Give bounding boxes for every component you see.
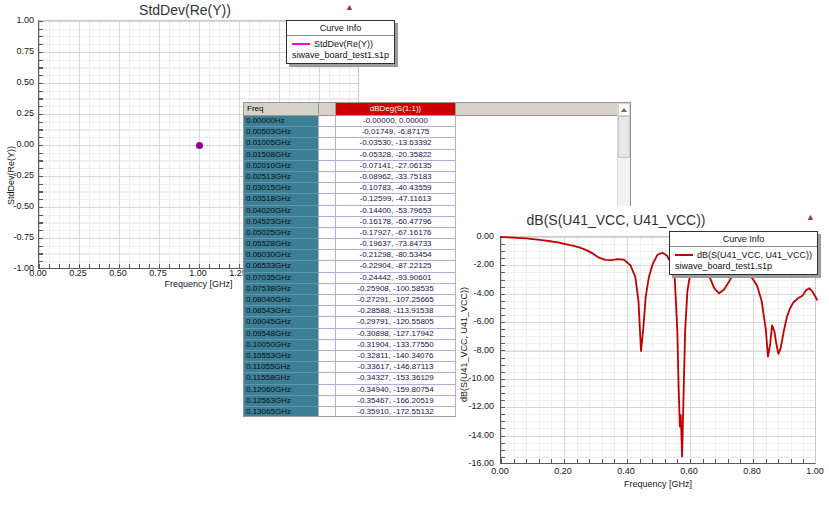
cell-value: -0.10783, -40.43559 bbox=[336, 183, 456, 194]
cell-value: -0.03530, -13.63392 bbox=[336, 138, 456, 149]
xtick-label: 1.00 bbox=[181, 268, 215, 278]
cell-spacer bbox=[319, 362, 336, 373]
cell-value: -0.28588, -113.91538 bbox=[336, 306, 456, 317]
cell-spacer bbox=[319, 340, 336, 351]
table-row[interactable]: 0.01508GHz-0.05328, -20.35822 bbox=[244, 150, 617, 161]
cell-spacer bbox=[319, 317, 336, 328]
cell-freq: 0.12563GHz bbox=[244, 396, 319, 407]
table-row[interactable]: 0.01005GHz-0.03530, -13.63392 bbox=[244, 138, 617, 149]
cell-value: -0.29791, -120.55805 bbox=[336, 317, 456, 328]
cell-freq: 0.07538GHz bbox=[244, 284, 319, 295]
cell-freq: 0.00000Hz bbox=[244, 116, 319, 127]
cell-value: -0.05328, -20.35822 bbox=[336, 150, 456, 161]
ytick-label: -2.00 bbox=[462, 259, 494, 269]
cell-spacer bbox=[319, 228, 336, 239]
ytick-label: 0.25 bbox=[2, 108, 34, 118]
ytick-label: -14.00 bbox=[462, 430, 494, 440]
alert-triangle-icon: ▲ bbox=[806, 213, 815, 222]
stddev-legend[interactable]: Curve Info StdDev(Re(Y)) siwave_board_te… bbox=[286, 20, 395, 64]
cell-spacer bbox=[319, 385, 336, 396]
table-row[interactable]: 0.03015GHz-0.10783, -40.43559 bbox=[244, 183, 617, 194]
cell-value: -0.34327, -153.36129 bbox=[336, 373, 456, 384]
cell-spacer bbox=[319, 183, 336, 194]
cell-value: -0.25908, -100.58535 bbox=[336, 284, 456, 295]
cell-value: -0.27291, -107.25665 bbox=[336, 295, 456, 306]
cell-freq: 0.03015GHz bbox=[244, 183, 319, 194]
xtick-label: 0.00 bbox=[483, 466, 517, 476]
sparam-legend[interactable]: Curve Info dB(S(U41_VCC, U41_VCC)) siwav… bbox=[669, 231, 818, 275]
xtick-label: 0.75 bbox=[141, 268, 175, 278]
cell-freq: 0.11055GHz bbox=[244, 362, 319, 373]
xtick-label: 1.00 bbox=[798, 466, 829, 476]
cell-freq: 0.13065GHz bbox=[244, 407, 319, 416]
ytick-label: -12.00 bbox=[462, 401, 494, 411]
cell-value: -0.08962, -33.75183 bbox=[336, 172, 456, 183]
legend-header: Curve Info bbox=[670, 232, 817, 247]
cell-freq: 0.04523GHz bbox=[244, 217, 319, 228]
desktop: StdDev(Re(Y)) ▲ 1.000.750.500.250.00-0.2… bbox=[0, 0, 829, 512]
cell-spacer bbox=[319, 127, 336, 138]
cell-spacer bbox=[319, 273, 336, 284]
ytick-label: -0.75 bbox=[2, 232, 34, 242]
cell-spacer bbox=[319, 116, 336, 127]
cell-spacer bbox=[319, 239, 336, 250]
column-header-freq[interactable]: Freq bbox=[244, 103, 319, 116]
cell-spacer bbox=[319, 194, 336, 205]
cell-value: -0.35467, -166.20519 bbox=[336, 396, 456, 407]
legend-source-label: siwave_board_test1.s1p bbox=[670, 260, 817, 271]
cell-freq: 0.02513GHz bbox=[244, 172, 319, 183]
cell-freq: 0.10553GHz bbox=[244, 351, 319, 362]
table-row[interactable]: 0.02010GHz-0.07141, -27.06135 bbox=[244, 161, 617, 172]
cell-freq: 0.01508GHz bbox=[244, 150, 319, 161]
sparam-chart-window: dB(S(U41_VCC, U41_VCC)) ▲ 0.00-2.00-4.00… bbox=[456, 206, 829, 512]
cell-spacer bbox=[319, 161, 336, 172]
cell-value: -0.19637, -73.84733 bbox=[336, 239, 456, 250]
cell-freq: 0.07035GHz bbox=[244, 273, 319, 284]
cell-spacer bbox=[319, 373, 336, 384]
legend-series-label: dB(S(U41_VCC, U41_VCC)) bbox=[697, 250, 812, 260]
cell-spacer bbox=[319, 206, 336, 217]
scroll-up-icon bbox=[621, 108, 627, 112]
cell-value: -0.31904, -133.77550 bbox=[336, 340, 456, 351]
cell-freq: 0.02010GHz bbox=[244, 161, 319, 172]
cell-spacer bbox=[319, 329, 336, 340]
column-header-value[interactable]: dBDeg(S(1:1)) bbox=[336, 103, 456, 116]
legend-series-label: StdDev(Re(Y)) bbox=[314, 39, 373, 49]
cell-freq: 0.08040GHz bbox=[244, 295, 319, 306]
cell-spacer bbox=[319, 306, 336, 317]
xtick-label: 0.25 bbox=[61, 268, 95, 278]
cell-value: -0.07141, -27.06135 bbox=[336, 161, 456, 172]
cell-value: -0.14400, -53.79653 bbox=[336, 206, 456, 217]
cell-freq: 0.12060GHz bbox=[244, 385, 319, 396]
cell-freq: 0.05025GHz bbox=[244, 228, 319, 239]
cell-spacer bbox=[319, 150, 336, 161]
sparam-chart-title: dB(S(U41_VCC, U41_VCC)) bbox=[456, 212, 776, 228]
cell-value: -0.17927, -67.16176 bbox=[336, 228, 456, 239]
cell-freq: 0.10050GHz bbox=[244, 340, 319, 351]
cell-freq: 0.01005GHz bbox=[244, 138, 319, 149]
table-row[interactable]: 0.03518GHz-0.12599, -47.11613 bbox=[244, 194, 617, 205]
cell-value: -0.12599, -47.11613 bbox=[336, 194, 456, 205]
cell-spacer bbox=[319, 138, 336, 149]
legend-header: Curve Info bbox=[287, 21, 394, 36]
ytick-label: 1.00 bbox=[2, 15, 34, 25]
cell-freq: 0.00503GHz bbox=[244, 127, 319, 138]
scrollbar-thumb[interactable] bbox=[618, 116, 630, 158]
column-header-spacer[interactable] bbox=[319, 103, 336, 116]
cell-value: -0.24442, -93.90601 bbox=[336, 273, 456, 284]
cell-spacer bbox=[319, 217, 336, 228]
table-row[interactable]: 0.00503GHz-0.01749, -6.87175 bbox=[244, 127, 617, 138]
scroll-up-button[interactable] bbox=[618, 103, 630, 116]
cell-spacer bbox=[319, 172, 336, 183]
cell-spacer bbox=[319, 261, 336, 272]
cell-value: -0.35910, -172.55132 bbox=[336, 407, 456, 416]
cell-freq: 0.03518GHz bbox=[244, 194, 319, 205]
ytick-label: 0.50 bbox=[2, 77, 34, 87]
xtick-label: 0.50 bbox=[101, 268, 135, 278]
table-row[interactable]: 0.00000Hz-0.00000, 0.00000 bbox=[244, 116, 617, 127]
legend-line-swatch bbox=[675, 254, 693, 256]
header-filler bbox=[456, 103, 617, 116]
cell-spacer bbox=[319, 396, 336, 407]
table-row[interactable]: 0.02513GHz-0.08962, -33.75183 bbox=[244, 172, 617, 183]
table-header-row: Freq dBDeg(S(1:1)) bbox=[244, 103, 617, 116]
